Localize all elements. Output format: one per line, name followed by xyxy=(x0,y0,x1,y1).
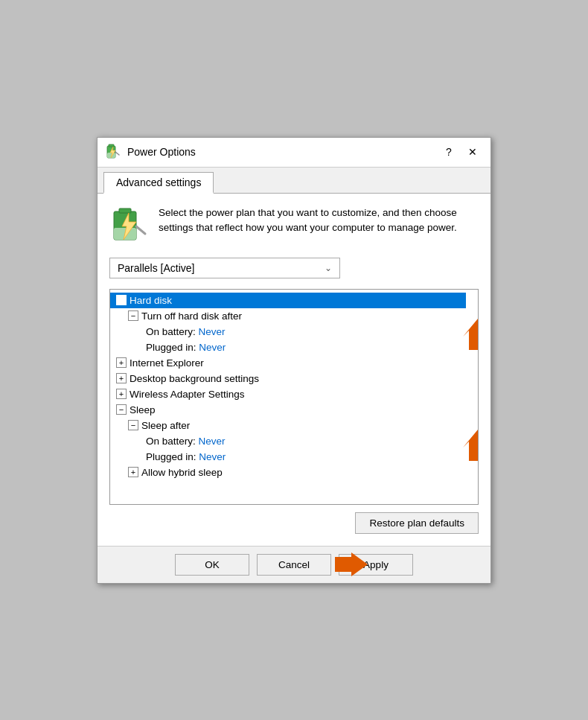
expand-icon[interactable]: + xyxy=(128,467,138,477)
power-options-dialog: Power Options ? ✕ Advanced settings Sele… xyxy=(97,137,491,584)
dropdown-value: Parallels [Active] xyxy=(118,262,194,274)
tabs-area: Advanced settings xyxy=(98,168,490,194)
tree-inner: − Hard disk − Turn off hard disk after O… xyxy=(110,290,478,483)
bottom-bar: OK Cancel Apply xyxy=(98,546,490,583)
tree-value: Never xyxy=(199,436,226,447)
svg-marker-11 xyxy=(463,430,479,461)
tree-item-hybrid-sleep[interactable]: + Allow hybrid sleep xyxy=(110,465,466,480)
expand-icon[interactable]: + xyxy=(116,389,127,399)
description-text: Select the power plan that you want to c… xyxy=(159,206,479,236)
tree-label: Turn off hard disk after xyxy=(141,310,242,322)
tree-value: Never xyxy=(199,342,226,353)
tree-item-sleep-after[interactable]: − Sleep after xyxy=(110,418,466,433)
tree-item-sleep[interactable]: − Sleep xyxy=(110,402,466,418)
tree-label: Internet Explorer xyxy=(130,357,204,369)
power-icon xyxy=(105,144,121,160)
svg-marker-10 xyxy=(463,319,479,350)
restore-plan-defaults-button[interactable]: Restore plan defaults xyxy=(355,512,479,534)
description-section: Select the power plan that you want to c… xyxy=(109,206,479,244)
title-bar: Power Options ? ✕ xyxy=(98,138,490,168)
close-button[interactable]: ✕ xyxy=(462,144,483,160)
svg-line-9 xyxy=(136,226,145,234)
tree-label: Sleep after xyxy=(141,420,190,431)
restore-btn-row: Restore plan defaults xyxy=(109,512,479,534)
title-bar-controls: ? ✕ xyxy=(438,144,483,160)
content-area: Select the power plan that you want to c… xyxy=(98,194,490,546)
collapse-icon[interactable]: − xyxy=(128,420,138,430)
dialog-title: Power Options xyxy=(127,146,438,158)
tree-label: On battery: Never xyxy=(146,326,226,337)
ok-button[interactable]: OK xyxy=(175,554,249,576)
tree-item-internet-explorer[interactable]: + Internet Explorer xyxy=(110,355,466,371)
tree-label: Wireless Adapter Settings xyxy=(130,389,245,400)
tab-advanced-settings[interactable]: Advanced settings xyxy=(103,172,214,194)
tree-value: Never xyxy=(199,326,226,337)
arrow-up-icon xyxy=(460,317,479,353)
tree-item-wireless[interactable]: + Wireless Adapter Settings xyxy=(110,386,466,402)
tree-label: Allow hybrid sleep xyxy=(141,467,223,478)
tree-label: Plugged in: Never xyxy=(146,451,226,462)
collapse-icon[interactable]: − xyxy=(116,295,127,305)
settings-tree[interactable]: − Hard disk − Turn off hard disk after O… xyxy=(109,289,479,505)
tree-label: Hard disk xyxy=(130,295,172,306)
chevron-down-icon: ⌄ xyxy=(325,263,332,273)
tree-item-on-battery-sleep[interactable]: On battery: Never xyxy=(110,433,466,449)
svg-rect-1 xyxy=(109,144,114,147)
tree-label: On battery: Never xyxy=(146,436,226,447)
tree-item-desktop-bg[interactable]: + Desktop background settings xyxy=(110,371,466,386)
svg-line-4 xyxy=(115,152,119,155)
tree-item-on-battery-hd[interactable]: On battery: Never xyxy=(110,324,466,340)
dropdown-row: Parallels [Active] ⌄ xyxy=(109,258,479,278)
expand-icon[interactable]: + xyxy=(116,373,127,383)
tree-item-hard-disk[interactable]: − Hard disk xyxy=(110,293,466,308)
svg-rect-6 xyxy=(119,208,131,213)
tree-item-plugged-in-hd[interactable]: Plugged in: Never xyxy=(110,340,466,355)
expand-icon[interactable]: + xyxy=(116,357,127,368)
tree-value: Never xyxy=(199,451,226,462)
battery-icon xyxy=(109,206,148,244)
plan-dropdown[interactable]: Parallels [Active] ⌄ xyxy=(109,258,340,278)
svg-marker-12 xyxy=(335,552,368,576)
tree-item-turn-off-hd[interactable]: − Turn off hard disk after xyxy=(110,308,466,324)
tree-label: Plugged in: Never xyxy=(146,342,226,353)
collapse-icon[interactable]: − xyxy=(116,404,127,415)
cancel-button[interactable]: Cancel xyxy=(257,554,331,576)
arrow-up-icon xyxy=(460,428,479,464)
arrow-right-icon xyxy=(335,552,368,576)
tree-label: Desktop background settings xyxy=(130,373,259,384)
help-button[interactable]: ? xyxy=(438,144,459,160)
tree-item-plugged-in-sleep[interactable]: Plugged in: Never xyxy=(110,449,466,465)
collapse-icon[interactable]: − xyxy=(128,310,138,321)
tree-label: Sleep xyxy=(130,404,156,415)
